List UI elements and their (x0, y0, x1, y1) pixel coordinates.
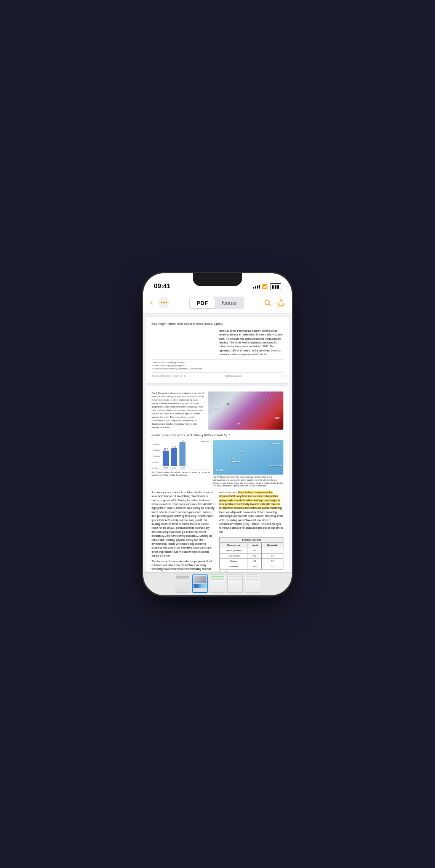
highlighted-text: Nevertheless, they represent an importan… (219, 491, 282, 510)
rbc-label: RBC (275, 417, 280, 420)
share-button[interactable] (277, 299, 285, 306)
body-vanced: vanced cancers. Nevertheless, they repre… (219, 491, 283, 534)
fig1-caption-block: Fig. 1 Diagnosing disease by analyzing a… (152, 391, 205, 430)
toolbar-right (264, 299, 285, 306)
vesicle-diagram: Exosomes MVB EarlyEndosome Cytoplasm Mic… (213, 440, 283, 475)
thumb-2[interactable] (192, 574, 208, 593)
page1-left (152, 329, 216, 357)
chart-inner: 22 million 17 million 11 million 6 milli… (152, 443, 211, 470)
wbc-label: WBC (214, 407, 220, 410)
early-endosome-label: EarlyEndosome (230, 457, 240, 463)
col-local: Local (248, 543, 261, 548)
more-icon: ••• (160, 299, 168, 307)
col-cancer-type: Cancer type (220, 543, 248, 548)
thumbnail-strip (143, 572, 292, 595)
y-axis: 22 million 17 million 11 million 6 milli… (152, 443, 160, 470)
back-icon: ‹ (150, 298, 153, 308)
status-icons: 📶 ▮▮▮ (253, 283, 281, 290)
share-icon (277, 299, 285, 306)
tab-notes[interactable]: Notes (215, 297, 243, 308)
fig1-image-block: WBC CTC RBC EV (208, 391, 283, 430)
body-main2: The discovery of cancer biomarkers in pe… (152, 560, 216, 572)
body-col-left: If a primary tumor spreads to a distant … (152, 491, 216, 572)
body-col-right: vanced cancers. Nevertheless, they repre… (219, 491, 283, 572)
signal-icon (253, 285, 260, 289)
microvesicles-label: Microvesicles (269, 464, 282, 467)
figure1-row: Fig. 1 Diagnosing disease by analyzing a… (152, 391, 283, 430)
fig3-caption: Fig. 3 Pathways to secretion of extracel… (213, 476, 283, 488)
exosomes-label: Exosomes (271, 443, 280, 446)
bar-2012: 14,1 2012 (171, 446, 177, 470)
cytoplasm-label: Cytoplasm (216, 469, 226, 472)
fig1-caption: Fig. 1 Diagnosing disease by analyzing a… (152, 391, 205, 429)
notch (193, 273, 242, 286)
thumb-5[interactable] (245, 574, 260, 593)
ctc-label: CTC (264, 397, 268, 401)
page1-right: fames ac turpis. Pellentesque habitant m… (219, 329, 283, 357)
search-icon (264, 299, 271, 306)
fig2-row: number is expected to increase to 22 mil… (152, 433, 283, 488)
table-title: Survival Rate [%] (220, 537, 283, 543)
col-metastatic: Metastatic (262, 543, 283, 548)
footnotes: * Laminar Lab, Randaberg, Norway. † E-ma… (152, 359, 283, 371)
pdf-page-2: Fig. 1 Diagnosing disease by analyzing a… (146, 386, 289, 572)
table-row: Kidney9312 (220, 559, 283, 564)
vesicle-block: Exosomes MVB EarlyEndosome Cytoplasm Mic… (213, 440, 283, 488)
bar-chart: Projected 22 million 17 million 11 milli… (152, 440, 211, 488)
bars: 12,7 2008 14,1 2012 (161, 443, 210, 470)
thumb-1[interactable] (175, 574, 190, 593)
wifi-icon: 📶 (262, 284, 268, 289)
chart-area: Projected 22 million 17 million 11 milli… (152, 440, 283, 488)
body-main: If a primary tumor spreads to a distant … (152, 491, 216, 558)
back-button[interactable]: ‹ (150, 298, 153, 308)
more-button[interactable]: ••• (158, 297, 170, 308)
phone-screen: 09:41 📶 ▮▮▮ ‹ (143, 273, 292, 595)
status-time: 09:41 (154, 282, 170, 290)
ev-label: EV (237, 422, 240, 426)
svg-point-0 (265, 300, 269, 305)
pdf-page-1: tellus integer. Habitant morbi tristique… (146, 317, 289, 383)
bar-2030: 22 2030 (179, 440, 186, 470)
thumb-3[interactable] (210, 574, 225, 593)
body-text-area: If a primary tumor spreads to a distant … (152, 491, 283, 572)
content-area[interactable]: tellus integer. Habitant morbi tristique… (143, 314, 292, 572)
fig1-image: WBC CTC RBC EV (208, 391, 283, 430)
chart-intro: number is expected to increase to 22 mil… (152, 433, 283, 437)
mvb-label: MVB (240, 451, 244, 454)
toolbar-left: ‹ ••• (150, 297, 170, 308)
search-button[interactable] (264, 299, 271, 306)
journal-footer-1: Journal of Highlights, 2020, Vol 1 highl… (152, 372, 283, 378)
page1-body: tellus integer. Habitant morbi tristique… (152, 322, 283, 326)
table-row: Colorectum9014 (220, 554, 283, 559)
bar-2008: 12,7 2008 (163, 448, 169, 470)
table-row: Prostate>9931 (220, 564, 283, 570)
phone-shell: 09:41 📶 ▮▮▮ ‹ (143, 273, 292, 595)
thumb-4[interactable] (227, 574, 243, 593)
tab-pdf[interactable]: PDF (190, 297, 215, 308)
survival-table: Survival Rate [%] Cancer type Local Meta… (219, 537, 283, 570)
tab-switcher: PDF Notes (189, 297, 244, 309)
svg-line-1 (269, 304, 271, 306)
table-row: Breast (female)9927 (220, 548, 283, 554)
battery-icon: ▮▮▮ (270, 283, 281, 290)
fig2-caption: Fig. 2 Total number of deaths in the wor… (152, 471, 211, 477)
toolbar: ‹ ••• PDF Notes (143, 292, 292, 314)
